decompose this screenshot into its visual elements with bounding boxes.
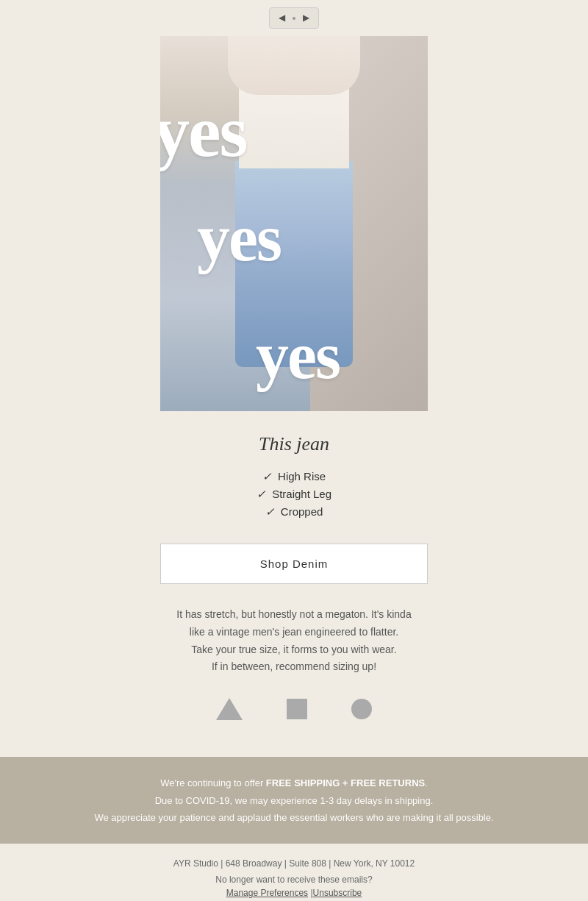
- footer-links: Manage Preferences |Unsubscribe: [15, 888, 573, 898]
- description-line-4: If in between, recommend sizing up!: [212, 660, 376, 672]
- features-list: ✓ High Rise ✓ Straight Leg ✓ Cropped: [257, 470, 331, 523]
- feature-label-cropped: Cropped: [281, 505, 323, 518]
- feature-high-rise: ✓ High Rise: [257, 470, 331, 483]
- yes-text-1: yes: [160, 95, 246, 168]
- banner-bold-text: FREE SHIPPING + FREE RETURNS: [266, 777, 425, 788]
- footer-section: AYR Studio | 648 Broadway | Suite 808 | …: [0, 844, 588, 901]
- description-block: It has stretch, but honestly not a megat…: [176, 606, 411, 676]
- unsubscribe-link[interactable]: Unsubscribe: [313, 888, 362, 898]
- hero-image: yes yes yes: [160, 36, 428, 411]
- next-arrow[interactable]: ▶: [300, 11, 312, 25]
- circle-icon: [351, 699, 372, 719]
- square-icon: [287, 699, 307, 719]
- banner-line-3: We appreciate your patience and applaud …: [29, 809, 559, 826]
- banner-line-2: Due to COVID-19, we may experience 1-3 d…: [29, 792, 559, 809]
- banner-section: We're continuing to offer FREE SHIPPING …: [0, 757, 588, 844]
- manage-preferences-link[interactable]: Manage Preferences: [226, 888, 308, 898]
- checkmark-icon-2: ✓: [257, 488, 266, 500]
- nav-dot: [293, 17, 295, 20]
- nav-controls: ◀ ▶: [269, 7, 319, 29]
- checkmark-icon-3: ✓: [265, 505, 275, 518]
- triangle-icon: [216, 698, 243, 720]
- feature-label-high-rise: High Rise: [278, 470, 326, 482]
- jean-title: This jean: [259, 433, 329, 455]
- yes-text-3: yes: [256, 323, 340, 389]
- shop-denim-button[interactable]: Shop Denim: [160, 544, 428, 584]
- footer-unsubscribe-question: No longer want to receive these emails?: [15, 875, 573, 885]
- prev-arrow[interactable]: ◀: [276, 11, 288, 25]
- banner-prefix: We're continuing to offer: [160, 777, 266, 788]
- person-top: [228, 36, 360, 95]
- content-section: This jean ✓ High Rise ✓ Straight Leg ✓ C…: [125, 411, 463, 757]
- yes-text-2: yes: [197, 205, 281, 271]
- description-line-3: Take your true size, it forms to you wit…: [191, 644, 396, 655]
- shape-icons-group: [216, 698, 372, 720]
- description-line-1: It has stretch, but honestly not a megat…: [176, 608, 411, 620]
- page-wrapper: ◀ ▶ yes yes yes This jean ✓ High Rise: [0, 0, 588, 901]
- feature-label-straight-leg: Straight Leg: [272, 488, 331, 500]
- banner-line-1: We're continuing to offer FREE SHIPPING …: [29, 774, 559, 791]
- feature-cropped: ✓ Cropped: [257, 505, 331, 519]
- footer-address: AYR Studio | 648 Broadway | Suite 808 | …: [15, 858, 573, 869]
- top-bar: ◀ ▶: [0, 0, 588, 36]
- description-line-2: like a vintage men's jean engineered to …: [190, 626, 398, 638]
- banner-suffix: .: [425, 777, 428, 788]
- checkmark-icon: ✓: [262, 470, 272, 482]
- hero-image-sim: yes yes yes: [160, 36, 428, 411]
- feature-straight-leg: ✓ Straight Leg: [257, 488, 331, 501]
